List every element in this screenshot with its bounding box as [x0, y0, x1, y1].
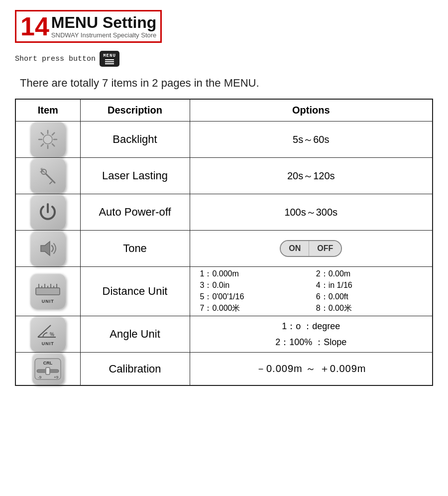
- tone-toggle[interactable]: ON OFF: [280, 240, 342, 257]
- icon-cell-angle: % UNIT: [15, 316, 80, 353]
- angle-unit-icon: % UNIT: [30, 316, 66, 352]
- backlight-svg: [37, 128, 59, 150]
- icon-cell-laser: [15, 158, 80, 194]
- toggle-off-label[interactable]: OFF: [309, 241, 341, 256]
- table-row: Auto Power-off 100s～300s: [15, 194, 433, 231]
- unit-label-text: UNIT: [42, 299, 54, 304]
- du-4: 4：in 1/16: [316, 280, 422, 291]
- calibration-svg: CRL -9 +9: [33, 357, 63, 381]
- angle-options: 1：o ：degree 2：100% ：Slope: [190, 318, 433, 351]
- intro-text: There are totally 7 items in 2 pages in …: [15, 77, 433, 90]
- laser-svg: [36, 164, 60, 188]
- table-header-row: Item Description Options: [15, 99, 433, 122]
- table-row: Backlight 5s～60s: [15, 122, 433, 158]
- menu-button-icon: MENU: [100, 51, 119, 67]
- short-press-label: Short press button: [15, 55, 96, 63]
- svg-text:CRL: CRL: [43, 361, 53, 366]
- du-1: 1：0.000m: [200, 269, 306, 279]
- opts-power: 100s～300s: [284, 207, 337, 218]
- toggle-on-label[interactable]: ON: [281, 241, 309, 256]
- svg-rect-17: [36, 288, 60, 295]
- distance-unit-icon: UNIT: [30, 273, 66, 309]
- icon-cell-backlight: [15, 122, 80, 158]
- svg-point-0: [43, 135, 52, 144]
- short-press-row: Short press button MENU: [15, 51, 433, 67]
- desc-tone: Tone: [123, 242, 147, 254]
- svg-line-26: [38, 325, 51, 337]
- header-description: Description: [80, 99, 190, 122]
- table-row: % UNIT Angle Unit 1：o ：degree 2：100% ：Sl…: [15, 316, 433, 353]
- table-row: Laser Lasting 20s～120s: [15, 158, 433, 194]
- angle-opt-1: 1：o ：degree: [190, 318, 433, 334]
- svg-marker-16: [41, 242, 50, 255]
- power-svg: [37, 201, 59, 223]
- opts-cell-tone: ON OFF: [190, 231, 433, 267]
- menu-text: MENU: [103, 54, 116, 58]
- distance-options-grid: 1：0.000m 2：0.00m 3：0.0in 4：in 1/16 5：0'0…: [190, 267, 433, 316]
- desc-cell-power: Auto Power-off: [80, 194, 190, 231]
- speaker-svg: [37, 238, 59, 259]
- desc-distance: Distance Unit: [103, 285, 168, 297]
- angle-svg: %: [36, 322, 60, 340]
- angle-opt-2: 2：100% ：Slope: [190, 334, 433, 350]
- opts-cell-laser: 20s～120s: [190, 158, 433, 194]
- du-7: 7：0.000米: [200, 303, 306, 314]
- backlight-icon: [30, 122, 66, 157]
- logo-box: 14 MENU Setting SNDWAY Instrument Specia…: [15, 10, 162, 43]
- menu-line-1: [105, 59, 114, 60]
- menu-lines: [105, 59, 114, 64]
- opts-cell-distance: 1：0.000m 2：0.00m 3：0.0in 4：in 1/16 5：0'0…: [190, 267, 433, 316]
- power-icon: [30, 194, 66, 230]
- desc-power: Auto Power-off: [99, 206, 171, 218]
- desc-angle: Angle Unit: [110, 328, 160, 340]
- logo-number: 14: [20, 13, 49, 39]
- svg-text:%: %: [50, 332, 54, 337]
- desc-cell-angle: Angle Unit: [80, 316, 190, 353]
- table-row: Tone ON OFF: [15, 231, 433, 267]
- desc-cell-tone: Tone: [80, 231, 190, 267]
- calibration-icon: CRL -9 +9: [32, 353, 64, 385]
- opts-cell-angle: 1：o ：degree 2：100% ：Slope: [190, 316, 433, 353]
- svg-text:+9: +9: [54, 375, 59, 379]
- header-options: Options: [190, 99, 433, 122]
- menu-line-3: [105, 63, 114, 64]
- desc-cell-backlight: Backlight: [80, 122, 190, 158]
- svg-line-15: [50, 182, 52, 184]
- desc-backlight: Backlight: [112, 133, 157, 145]
- du-2: 2：0.00m: [316, 269, 422, 279]
- unit-inner: UNIT: [35, 279, 61, 304]
- laser-icon: [30, 158, 66, 194]
- desc-cell-distance: Distance Unit: [80, 267, 190, 316]
- angle-unit-label: UNIT: [42, 341, 54, 346]
- svg-line-8: [41, 144, 43, 146]
- page-title: MENU Setting: [51, 14, 157, 31]
- svg-line-7: [52, 133, 54, 135]
- icon-cell-tone: [15, 231, 80, 267]
- page-header: 14 MENU Setting SNDWAY Instrument Specia…: [15, 10, 433, 43]
- desc-calibration: Calibration: [109, 363, 161, 375]
- menu-table: Item Description Options: [15, 99, 433, 386]
- menu-line-2: [105, 61, 114, 62]
- svg-rect-32: [46, 368, 50, 374]
- desc-laser: Laser Lasting: [102, 169, 168, 182]
- ruler-svg: [35, 279, 61, 298]
- opts-cell-backlight: 5s～60s: [190, 122, 433, 158]
- svg-line-5: [41, 133, 43, 135]
- du-3: 3：0.0in: [200, 280, 306, 291]
- desc-cell-laser: Laser Lasting: [80, 158, 190, 194]
- icon-cell-power: [15, 194, 80, 231]
- table-row: UNIT Distance Unit 1：0.000m 2：0.00m 3：0.…: [15, 267, 433, 316]
- opts-cell-power: 100s～300s: [190, 194, 433, 231]
- logo-title-block: MENU Setting SNDWAY Instrument Specialty…: [51, 14, 157, 39]
- table-row: CRL -9 +9 Calibration －0.009m ～ ＋0: [15, 353, 433, 386]
- opts-backlight: 5s～60s: [293, 134, 329, 145]
- du-6: 6：0.00ft: [316, 292, 422, 302]
- svg-line-6: [52, 144, 54, 146]
- opts-calibration: －0.009m ～ ＋0.009m: [256, 363, 366, 374]
- icon-cell-calibration: CRL -9 +9: [15, 353, 80, 386]
- header-item: Item: [15, 99, 80, 122]
- opts-cell-calibration: －0.009m ～ ＋0.009m: [190, 353, 433, 386]
- desc-cell-calibration: Calibration: [80, 353, 190, 386]
- speaker-icon: [30, 231, 66, 266]
- du-8: 8：0.00米: [316, 303, 422, 314]
